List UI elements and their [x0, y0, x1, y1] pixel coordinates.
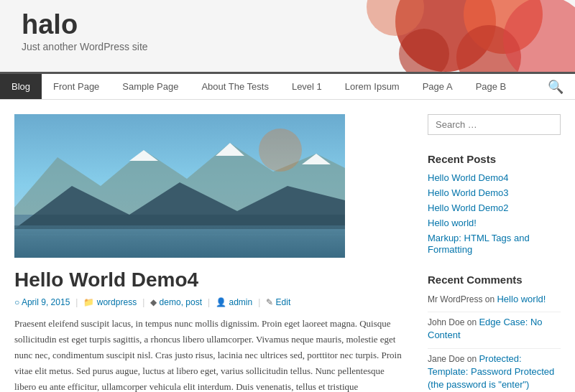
nav-item-blog[interactable]: Blog [0, 74, 42, 99]
nav-link-blog[interactable]: Blog [0, 74, 42, 99]
recent-comments-list: Mr WordPress on Hello world! John Doe on… [428, 293, 561, 392]
post-content: Praesent eleifend suscipit lacus, in tem… [14, 316, 406, 392]
nav-link-about-the-tests[interactable]: About The Tests [190, 74, 280, 99]
post-author: 👤 admin [216, 297, 252, 307]
site-title: halo [22, 11, 148, 38]
meta-sep-3: | [208, 297, 210, 307]
list-item: Hello World Demo4 [428, 172, 561, 184]
site-branding: halo Just another WordPress site [22, 11, 148, 52]
post-tags: ◆ demo, post [150, 297, 202, 307]
post-title: Hello World Demo4 [14, 269, 406, 291]
nav-item-page-a[interactable]: Page A [411, 74, 464, 99]
list-item: Hello world! [428, 218, 561, 229]
nav-link-level1[interactable]: Level 1 [280, 74, 334, 99]
comment-on-2: on [467, 317, 479, 327]
recent-comments-widget: Recent Comments Mr WordPress on Hello wo… [428, 274, 561, 392]
comment-author-1: Mr WordPress [428, 294, 482, 304]
recent-post-link-3[interactable]: Hello World Demo2 [428, 202, 508, 213]
site-description: Just another WordPress site [22, 41, 148, 52]
nav-item-lorem-ipsum[interactable]: Lorem Ipsum [334, 74, 411, 99]
nav-item-level1[interactable]: Level 1 [280, 74, 334, 99]
list-item: Hello World Demo2 [428, 202, 561, 214]
comment-on-1: on [485, 294, 497, 304]
nav-item-about-the-tests[interactable]: About The Tests [190, 74, 280, 99]
post-category: 📁 wordpress [83, 297, 137, 307]
nav-link-page-b[interactable]: Page B [464, 74, 518, 99]
post-thumbnail [14, 114, 406, 258]
list-item: John Doe on Edge Case: No Content [428, 316, 561, 348]
list-item: Markup: HTML Tags and Formatting [428, 233, 561, 256]
nav-item-page-b[interactable]: Page B [464, 74, 518, 99]
search-input[interactable] [428, 114, 561, 135]
tag-icon: ◆ [150, 297, 157, 307]
post-edit: ✎ Edit [266, 297, 290, 307]
svg-point-16 [259, 129, 302, 172]
nav-item-sample-page[interactable]: Sample Page [111, 74, 190, 99]
recent-post-link-5[interactable]: Markup: HTML Tags and Formatting [428, 233, 530, 255]
list-item: Hello World Demo3 [428, 187, 561, 199]
comment-link-1[interactable]: Hello world! [497, 294, 546, 304]
recent-posts-title: Recent Posts [428, 153, 561, 165]
category-link[interactable]: wordpress [97, 297, 137, 307]
post-meta: ○ April 9, 2015 | 📁 wordpress | ◆ demo, … [14, 297, 406, 307]
nav-link-front-page[interactable]: Front Page [42, 74, 111, 99]
meta-sep-1: | [75, 297, 78, 307]
author-link[interactable]: admin [229, 297, 252, 307]
site-header: halo Just another WordPress site [0, 0, 575, 72]
main-nav: Blog Front Page Sample Page About The Te… [0, 72, 575, 100]
nav-link-lorem-ipsum[interactable]: Lorem Ipsum [334, 74, 411, 99]
search-icon[interactable]: 🔍 [536, 79, 575, 95]
comment-author-2: John Doe [428, 317, 464, 327]
recent-post-link-2[interactable]: Hello World Demo3 [428, 187, 508, 198]
svg-rect-17 [14, 215, 345, 229]
list-item: Jane Doe on Protected: Template: Passwor… [428, 353, 561, 392]
nav-items: Blog Front Page Sample Page About The Te… [0, 74, 536, 99]
recent-post-link-1[interactable]: Hello World Demo4 [428, 172, 508, 183]
meta-sep-4: | [258, 297, 260, 307]
post-date: ○ April 9, 2015 [14, 297, 70, 307]
recent-posts-list: Hello World Demo4 Hello World Demo3 Hell… [428, 172, 561, 256]
search-widget [428, 114, 561, 135]
calendar-icon: ○ [14, 297, 19, 307]
list-item: Mr WordPress on Hello world! [428, 293, 561, 312]
comment-on-3: on [467, 354, 479, 364]
site-content: Hello World Demo4 ○ April 9, 2015 | 📁 wo… [0, 100, 575, 392]
nav-item-front-page[interactable]: Front Page [42, 74, 111, 99]
post-date-link[interactable]: April 9, 2015 [22, 297, 70, 307]
comment-author-3: Jane Doe [428, 354, 464, 364]
edit-link[interactable]: Edit [276, 297, 291, 307]
main-content: Hello World Demo4 ○ April 9, 2015 | 📁 wo… [14, 114, 406, 392]
sidebar: Recent Posts Hello World Demo4 Hello Wor… [428, 114, 561, 392]
folder-icon: 📁 [83, 297, 94, 307]
meta-sep-2: | [142, 297, 144, 307]
person-icon: 👤 [216, 297, 226, 307]
tags-link[interactable]: demo, post [160, 297, 202, 307]
nav-link-sample-page[interactable]: Sample Page [111, 74, 190, 99]
post-image [14, 114, 345, 258]
recent-posts-widget: Recent Posts Hello World Demo4 Hello Wor… [428, 153, 561, 256]
recent-comments-title: Recent Comments [428, 274, 561, 286]
edit-icon: ✎ [266, 297, 273, 307]
recent-post-link-4[interactable]: Hello world! [428, 218, 477, 228]
nav-link-page-a[interactable]: Page A [411, 74, 464, 99]
post-excerpt: Praesent eleifend suscipit lacus, in tem… [14, 316, 406, 392]
